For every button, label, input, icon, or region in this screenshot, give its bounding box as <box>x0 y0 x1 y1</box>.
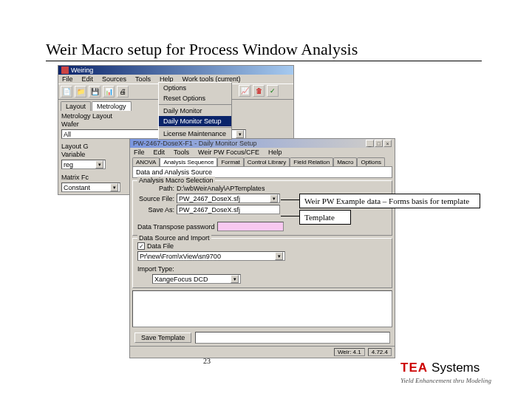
titlebar: PW-2467-DoseX-F1 - Daily Monitor Setup _… <box>130 139 395 148</box>
toolbar-btn[interactable]: 🗑 <box>253 85 265 97</box>
maximize-button[interactable]: □ <box>375 140 383 147</box>
tab-metrology[interactable]: Metrology <box>92 101 132 111</box>
save-template-button[interactable]: Save Template <box>134 332 191 343</box>
chevron-down-icon: ▾ <box>110 183 118 191</box>
password-input[interactable] <box>217 222 284 231</box>
status-cell: Weir: 4.1 <box>334 348 365 356</box>
path-value: D:\wbWeirAnaly\APTemplates <box>177 185 265 192</box>
saveas-label: Save As: <box>137 206 174 214</box>
window-title: Weiring <box>71 66 93 74</box>
password-label: Data Transpose password <box>137 223 215 231</box>
saveas-input[interactable]: PW_2467_DoseX.sfj <box>177 205 280 214</box>
statusbar: Weir: 4.1 4.72.4 <box>130 346 395 358</box>
chevron-down-icon: ▾ <box>231 275 239 283</box>
checkbox-icon: ✓ <box>137 242 145 250</box>
importtype-combo[interactable]: XangeFocus DCD ▾ <box>152 274 241 284</box>
menu-tools[interactable]: Tools <box>133 75 153 83</box>
menu-help[interactable]: Help <box>266 149 284 156</box>
datafile-path-combo[interactable]: Pr\new\From\xView\sn9700 ▾ <box>137 251 285 261</box>
preview-area <box>132 290 392 327</box>
tab-anova[interactable]: ANOVA <box>132 157 160 166</box>
menu-tools[interactable]: Tools <box>171 149 191 156</box>
group-title: Analysis Macro Selection <box>137 177 215 184</box>
matrix-combo[interactable]: Constant ▾ <box>61 183 120 192</box>
toolbar-btn[interactable]: 🖨 <box>117 86 129 98</box>
tab-analysis-sequence[interactable]: Analysis Sequence <box>160 157 217 166</box>
sourcefile-value: PW_2467_DoseX.sfj <box>179 195 240 202</box>
sourcefile-combo[interactable]: PW_2467_DoseX.sfj ▾ <box>177 194 280 203</box>
menu-weirpw[interactable]: Weir PW Focus/CFE <box>196 149 262 156</box>
titlebar: Weiring <box>58 66 293 75</box>
callout-connector <box>281 216 299 216</box>
save-path-input[interactable] <box>195 332 390 344</box>
setup-tabs: ANOVA Analysis Sequence Format Control L… <box>130 157 395 166</box>
tools-dropdown: Options Reset Options Daily Monitor Dail… <box>158 82 232 140</box>
dropdown-item-reset[interactable]: Reset Options <box>159 93 231 103</box>
data-source-group: Data Source and Import ✓ Data File Pr\ne… <box>132 238 392 288</box>
toolbar-btn[interactable]: ✓ <box>267 85 279 97</box>
menu-file[interactable]: File <box>60 75 75 83</box>
toolbar-btn[interactable]: 💾 <box>89 86 100 98</box>
variable-value: reg <box>64 161 73 168</box>
variable-combo[interactable]: reg ▾ <box>61 160 106 169</box>
datafile-path-value: Pr\new\From\xView\sn9700 <box>140 253 221 260</box>
extra-toolbar: 📈 🗑 ✓ <box>236 83 296 98</box>
brand-logo: TEA Systems <box>400 361 480 375</box>
tab-layout[interactable]: Layout <box>61 101 91 111</box>
menu-file[interactable]: File <box>132 149 147 156</box>
callout-template: Template <box>299 210 351 225</box>
toolbar-btn[interactable]: 📄 <box>61 86 72 98</box>
wafer-value: All <box>64 131 71 138</box>
tab-format[interactable]: Format <box>217 157 243 166</box>
checkbox-label: Data File <box>147 242 174 250</box>
chevron-down-icon: ▾ <box>236 130 244 138</box>
dropdown-item-daily[interactable]: Daily Monitor <box>159 106 231 116</box>
dropdown-separator <box>159 127 231 128</box>
matrix-value: Constant <box>64 184 90 191</box>
group-label: Data and Analysis Source <box>136 168 389 176</box>
dropdown-item-license[interactable]: License Maintenance <box>159 129 231 139</box>
group-title: Data Source and Import <box>137 234 211 242</box>
datafile-checkbox[interactable]: ✓ Data File <box>137 242 174 250</box>
callout-example-data: Weir PW Example data – Forms basis for t… <box>299 194 480 208</box>
sourcefile-label: Source File: <box>137 195 174 202</box>
menu-edit[interactable]: Edit <box>80 75 96 83</box>
callout-connector <box>281 200 299 200</box>
toolbar-btn[interactable]: 📁 <box>75 86 86 98</box>
window-title: PW-2467-DoseX-F1 - Daily Monitor Setup <box>133 140 256 147</box>
window-controls: _ □ × <box>366 140 392 147</box>
tab-control-library[interactable]: Control Library <box>244 157 290 166</box>
importtype-label: Import Type: <box>137 265 178 273</box>
close-button[interactable]: × <box>383 140 392 147</box>
tab-field-relation[interactable]: Field Relation <box>290 157 333 166</box>
daily-monitor-setup-window: PW-2467-DoseX-F1 - Daily Monitor Setup _… <box>129 138 395 358</box>
tab-options[interactable]: Options <box>357 157 385 166</box>
menubar: File Edit Tools Weir PW Focus/CFE Help <box>130 148 395 157</box>
minimize-button[interactable]: _ <box>366 140 374 147</box>
brand-tagline: Yield Enhancement thru Modeling <box>400 377 491 384</box>
chevron-down-icon: ▾ <box>275 252 283 260</box>
path-label: Path: <box>137 185 174 192</box>
chevron-down-icon: ▾ <box>95 160 103 168</box>
dropdown-item-options[interactable]: Options <box>159 83 231 93</box>
toolbar-btn[interactable]: 📈 <box>239 85 250 97</box>
wafer-label: Wafer <box>61 120 79 128</box>
dropdown-separator <box>159 104 231 105</box>
save-row: Save Template <box>130 330 395 346</box>
saveas-value: PW_2467_DoseX.sfj <box>179 206 240 214</box>
menu-edit[interactable]: Edit <box>151 149 168 156</box>
variable-label: Variable <box>61 151 85 158</box>
toolbar-btn[interactable]: 📊 <box>103 86 115 98</box>
chevron-down-icon: ▾ <box>270 194 278 202</box>
tab-macro[interactable]: Macro <box>333 157 357 166</box>
app-icon <box>61 66 69 74</box>
status-cell: 4.72.4 <box>368 348 392 356</box>
slide-title: Weir Macro setup for Process Window Anal… <box>46 40 482 61</box>
menu-sources[interactable]: Sources <box>100 75 129 83</box>
dropdown-item-daily-setup[interactable]: Daily Monitor Setup <box>159 116 231 126</box>
matrix-label: Matrix Fc <box>61 174 89 181</box>
importtype-value: XangeFocus DCD <box>154 276 208 283</box>
